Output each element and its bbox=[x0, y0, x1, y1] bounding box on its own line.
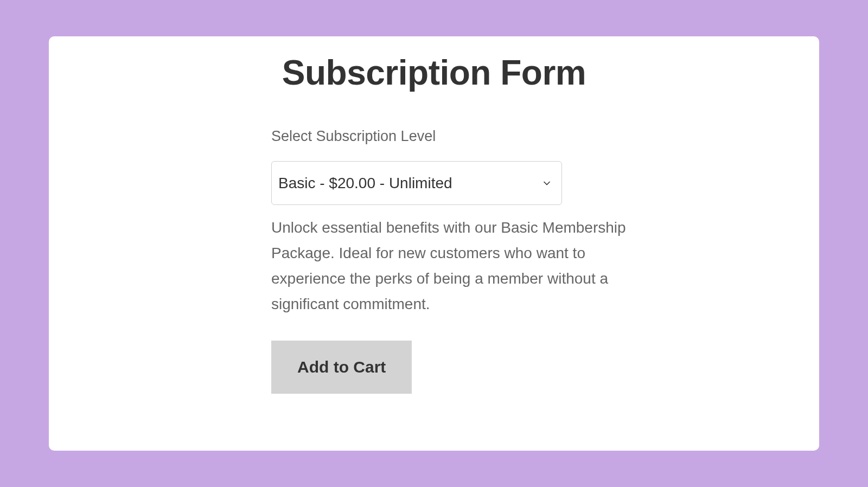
subscription-card: Subscription Form Select Subscription Le… bbox=[49, 36, 819, 451]
add-to-cart-button[interactable]: Add to Cart bbox=[271, 341, 412, 394]
form-title: Subscription Form bbox=[81, 53, 787, 93]
subscription-level-label: Select Subscription Level bbox=[271, 128, 754, 145]
subscription-level-select[interactable]: Basic - $20.00 - Unlimited bbox=[271, 161, 562, 205]
select-wrapper: Basic - $20.00 - Unlimited bbox=[271, 161, 562, 205]
form-section: Select Subscription Level Basic - $20.00… bbox=[271, 128, 754, 394]
subscription-description: Unlock essential benefits with our Basic… bbox=[271, 215, 651, 317]
